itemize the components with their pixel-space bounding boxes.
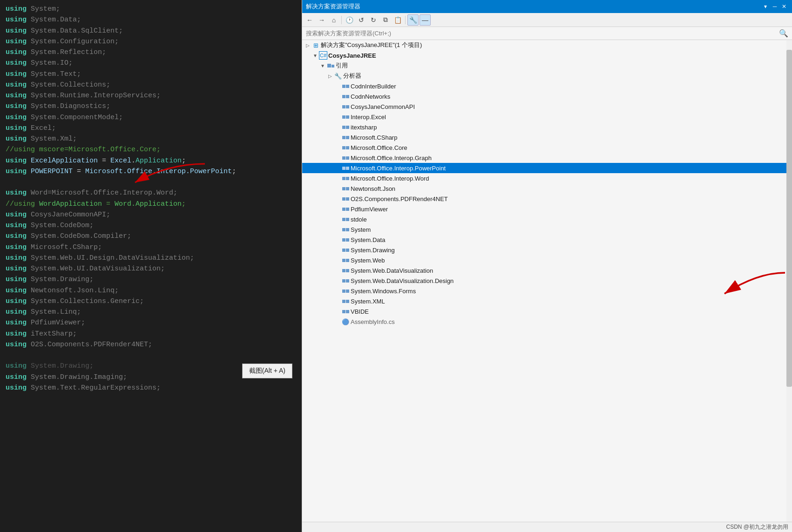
- line-o2s: using O2S.Components.PDFRender4NET;: [6, 339, 296, 350]
- line-9: using System.Runtime.InteropServices;: [6, 90, 296, 101]
- analyzer-node[interactable]: ▷ 🔧 分析器: [302, 71, 792, 81]
- search-bar: 🔍: [302, 27, 792, 40]
- ref-icon-CosysJaneCommonAPI: [341, 102, 350, 111]
- ref-Microsoft-CSharp[interactable]: Microsoft.CSharp: [302, 132, 792, 142]
- forward-button[interactable]: →: [316, 14, 327, 26]
- line-cosys: using CosysJaneCommonAPI;: [6, 209, 296, 220]
- minimize-button[interactable]: ─: [771, 2, 779, 11]
- ref-CodnNetworks[interactable]: CodnNetworks: [302, 91, 792, 101]
- line-6: using System.IO;: [6, 58, 296, 68]
- line-13: using System.Xml;: [6, 134, 296, 144]
- analyzer-expand-icon: ▷: [326, 72, 334, 80]
- search-input[interactable]: [306, 30, 779, 37]
- line-word-alias: using Word=Microsoft.Office.Interop.Word…: [6, 188, 296, 198]
- line-jsonlinq: using Newtonsoft.Json.Linq;: [6, 285, 296, 296]
- ref-System-Web-DataVisualization-Design[interactable]: System.Web.DataVisualization.Design: [302, 276, 792, 286]
- ref-System-Drawing[interactable]: System.Drawing: [302, 245, 792, 255]
- back-button[interactable]: ←: [304, 14, 315, 26]
- project-node[interactable]: ▼ C# CosysJaneJREE: [302, 50, 792, 61]
- ref-icon-CodnInterBuilder: [341, 82, 350, 90]
- ref-Microsoft-Office-Interop-PowerPoint[interactable]: Microsoft.Office.Interop.PowerPoint: [302, 163, 792, 173]
- analyzer-label: 分析器: [343, 72, 361, 80]
- pin-button[interactable]: ▾: [761, 2, 770, 11]
- ref-Interop-Excel[interactable]: Interop.Excel: [302, 112, 792, 122]
- ref-System-Web[interactable]: System.Web: [302, 255, 792, 265]
- line-10: using System.Diagnostics;: [6, 101, 296, 112]
- tree-area[interactable]: ▷ ⊞ 解决方案"CosysJaneJREE"(1 个项目) ▼ C# Cosy…: [302, 40, 792, 522]
- ref-System-Windows-Forms[interactable]: System.Windows.Forms: [302, 286, 792, 296]
- ref-icon-System-XML: [341, 297, 350, 305]
- ref-O2S-PDFRender4NET[interactable]: O2S.Components.PDFRender4NET: [302, 194, 792, 204]
- paste-button[interactable]: 📋: [392, 14, 403, 26]
- ref-AssemblyInfo[interactable]: 🔵 AssemblyInfo.cs: [302, 317, 792, 327]
- ref-System[interactable]: System: [302, 224, 792, 235]
- undo-button[interactable]: ↺: [356, 14, 367, 26]
- collapse-button[interactable]: —: [420, 14, 431, 26]
- toolbar-separator-1: [341, 16, 342, 24]
- ref-Microsoft-Office-Core[interactable]: Microsoft.Office.Core: [302, 142, 792, 153]
- close-button[interactable]: ✕: [780, 2, 788, 11]
- references-label: 引用: [336, 61, 348, 70]
- line-8: using System.Collections;: [6, 80, 296, 90]
- settings-button[interactable]: 🔧: [407, 14, 419, 26]
- ref-icon-Newtonsoft-Json: [341, 184, 350, 193]
- line-3: using System.Data.SqlClient;: [6, 26, 296, 36]
- line-blank1: [6, 177, 296, 188]
- solution-node[interactable]: ▷ ⊞ 解决方案"CosysJaneJREE"(1 个项目): [302, 40, 792, 50]
- ref-icon-System-Web: [341, 256, 350, 264]
- search-button[interactable]: 🔍: [779, 29, 788, 38]
- ref-VBIDE[interactable]: VBIDE: [302, 306, 792, 317]
- ref-System-XML[interactable]: System.XML: [302, 296, 792, 306]
- ref-icon-Microsoft-Office-Interop-Word: [341, 174, 350, 182]
- ref-CodnInterBuilder[interactable]: CodnInterBuilder: [302, 81, 792, 91]
- ref-icon-itextsharp: [341, 123, 350, 131]
- solution-explorer-panel: 解决方案资源管理器 ▾ ─ ✕ ← → ⌂ 🕐 ↺ ↻ ⧉ 📋 🔧 — 🔍 ▷ …: [302, 0, 792, 532]
- line-2: using System.Data;: [6, 14, 296, 25]
- ref-icon-System: [341, 225, 350, 234]
- line-codedom2: using System.CodeDom.Compiler;: [6, 231, 296, 242]
- line-alias2: using POWERPOINT = Microsoft.Office.Inte…: [6, 166, 296, 177]
- project-label: CosysJaneJREE: [328, 52, 376, 59]
- ref-icon-Microsoft-CSharp: [341, 133, 350, 141]
- ref-itextsharp[interactable]: itextsharp: [302, 122, 792, 132]
- line-codedom: using System.CodeDom;: [6, 220, 296, 231]
- scrollbar-thumb[interactable]: [786, 50, 792, 387]
- solution-label: 解决方案"CosysJaneJREE"(1 个项目): [321, 41, 422, 49]
- home-button[interactable]: ⌂: [328, 14, 339, 26]
- copy-button[interactable]: ⧉: [380, 14, 391, 26]
- ref-icon-System-Windows-Forms: [341, 287, 350, 295]
- ref-System-Data[interactable]: System.Data: [302, 235, 792, 245]
- panel-titlebar: 解决方案资源管理器 ▾ ─ ✕: [302, 0, 792, 13]
- line-11: using System.ComponentModel;: [6, 112, 296, 123]
- ref-icon-System-Web-DataVisualization: [341, 266, 350, 275]
- line-1: using System;: [6, 4, 296, 14]
- ref-icon-System-Data: [341, 236, 350, 244]
- pending-changes-button[interactable]: 🕐: [344, 14, 355, 26]
- line-generic: using System.Collections.Generic;: [6, 296, 296, 307]
- references-expand-icon: ▼: [319, 62, 326, 69]
- line-7: using System.Text;: [6, 69, 296, 80]
- refresh-button[interactable]: ↻: [368, 14, 379, 26]
- line-12: using Excel;: [6, 123, 296, 134]
- analyzer-icon: 🔧: [334, 72, 342, 80]
- capture-button[interactable]: 截图(Alt + A): [242, 364, 292, 378]
- line-linq: using System.Linq;: [6, 307, 296, 317]
- ref-Microsoft-Office-Interop-Word[interactable]: Microsoft.Office.Interop.Word: [302, 173, 792, 183]
- ref-Microsoft-Office-Interop-Graph[interactable]: Microsoft.Office.Interop.Graph: [302, 153, 792, 163]
- panel-title: 解决方案资源管理器: [306, 2, 360, 11]
- ref-System-Web-DataVisualization[interactable]: System.Web.DataVisualization: [302, 265, 792, 276]
- ref-PdfiumViewer[interactable]: PdfiumViewer: [302, 204, 792, 214]
- references-node[interactable]: ▼ 引用: [302, 61, 792, 71]
- line-pdf1: using PdfiumViewer;: [6, 317, 296, 328]
- ref-icon-System-Web-DataVisualization-Design: [341, 276, 350, 285]
- line-4: using System.Configuration;: [6, 36, 296, 47]
- line-webdv1: using System.Web.UI.Design.DataVisualiza…: [6, 253, 296, 263]
- ref-icon-Microsoft-Office-Interop-PowerPoint-selected: [341, 164, 350, 172]
- ref-CosysJaneCommonAPI[interactable]: CosysJaneCommonAPI: [302, 101, 792, 112]
- solution-icon: ⊞: [311, 41, 320, 49]
- ref-Newtonsoft-Json[interactable]: Newtonsoft.Json: [302, 183, 792, 194]
- status-bar: CSDN @初九之潜龙勿用: [302, 522, 792, 532]
- ref-stdole[interactable]: stdole: [302, 214, 792, 224]
- line-blank2: [6, 350, 296, 361]
- panel-controls: ▾ ─ ✕: [761, 2, 788, 11]
